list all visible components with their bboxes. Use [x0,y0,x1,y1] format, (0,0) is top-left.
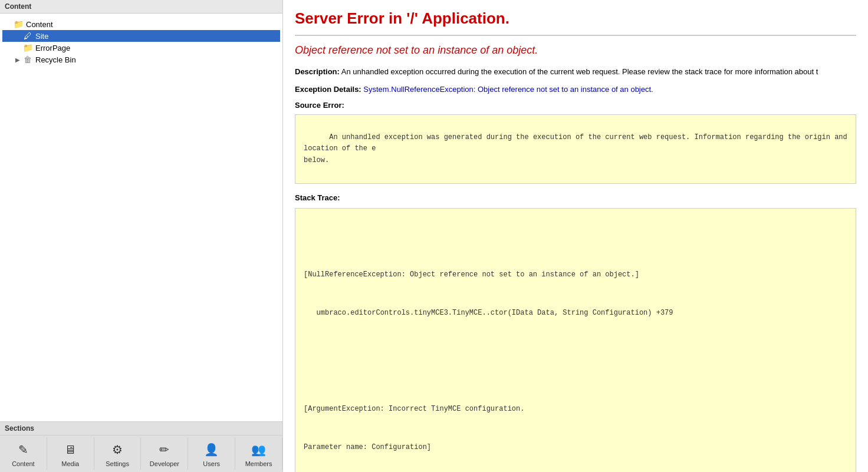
stack-section-1: [NullReferenceException: Object referenc… [304,243,847,345]
section-users[interactable]: 👤 Users [188,438,235,470]
stack-line: [NullReferenceException: Object referenc… [304,269,847,282]
stack-line: [ArgumentException: Incorrect TinyMCE co… [304,403,847,416]
settings-section-icon: ⚙ [108,440,127,459]
folder-icon: 📁 [13,19,24,29]
tree-item-errorpage[interactable]: 📁 ErrorPage [2,42,280,54]
error-subtitle: Object reference not set to an instance … [295,44,856,57]
section-developer-label: Developer [150,460,179,467]
stack-section-2: [ArgumentException: Incorrect TinyMCE co… [304,378,847,472]
description-label: Description: [295,67,340,76]
panel-header: Content [0,0,282,14]
folder-icon: 📁 [22,43,33,52]
tree-label: Recycle Bin [35,55,76,64]
source-error-label: Source Error: [295,101,856,110]
page-icon: 🖊 [22,31,33,41]
media-section-icon: 🖥 [61,440,80,459]
tree-label: Site [35,32,48,41]
error-title: Server Error in '/' Application. [295,9,856,28]
source-error-box: An unhandled exception was generated dur… [295,114,856,184]
description-text: An unhandled exception occurred during t… [341,67,818,76]
content-section-icon: ✎ [14,440,32,459]
tree-item-site[interactable]: 🖊 Site [2,30,280,42]
section-media[interactable]: 🖥 Media [47,438,94,470]
expander-icon [5,21,12,28]
error-divider [295,35,856,36]
stack-line: Parameter name: Configuration] [304,441,847,454]
section-settings[interactable]: ⚙ Settings [94,438,142,470]
tree-item-recycle-bin[interactable]: ▶ 🗑 Recycle Bin [2,54,280,65]
section-members-label: Members [245,460,272,467]
expander-icon [14,32,21,39]
tree-label: ErrorPage [35,44,70,52]
exception-details: Exception Details: System.NullReferenceE… [295,84,856,95]
exception-label: Exception Details: [295,85,361,94]
section-users-label: Users [203,460,220,467]
error-description: Description: An unhandled exception occu… [295,66,856,78]
section-settings-label: Settings [106,460,129,467]
expander-icon: ▶ [14,56,21,63]
section-members[interactable]: 👥 Members [235,438,282,470]
content-tree: 📁 Content 🖊 Site 📁 ErrorPage ▶ 🗑 Recycle… [0,14,282,421]
sections-label: Sections [0,422,282,435]
source-error-text: An unhandled exception was generated dur… [304,133,851,164]
sections-bar: Sections ✎ Content 🖥 Media ⚙ Settings ✏ … [0,421,282,472]
sections-icons: ✎ Content 🖥 Media ⚙ Settings ✏ Developer… [0,435,282,472]
exception-text: System.NullReferenceException: Object re… [363,85,653,94]
stack-trace-box: [NullReferenceException: Object referenc… [295,208,856,472]
expander-icon [14,44,21,51]
developer-section-icon: ✏ [155,440,174,459]
users-section-icon: 👤 [202,440,221,459]
tree-label: Content [26,20,53,29]
section-developer[interactable]: ✏ Developer [141,438,188,470]
section-content[interactable]: ✎ Content [0,438,47,470]
stack-trace-label: Stack Trace: [295,193,856,202]
recycle-bin-icon: 🗑 [22,55,33,64]
section-media-label: Media [61,460,79,467]
right-panel: Server Error in '/' Application. Object … [283,0,868,472]
members-section-icon: 👥 [249,440,268,459]
tree-item-content[interactable]: 📁 Content [2,18,280,30]
left-panel: Content 📁 Content 🖊 Site 📁 ErrorPage [0,0,283,472]
section-content-label: Content [12,460,35,467]
stack-line: umbraco.editorControls.tinyMCE3.TinyMCE.… [304,307,847,320]
